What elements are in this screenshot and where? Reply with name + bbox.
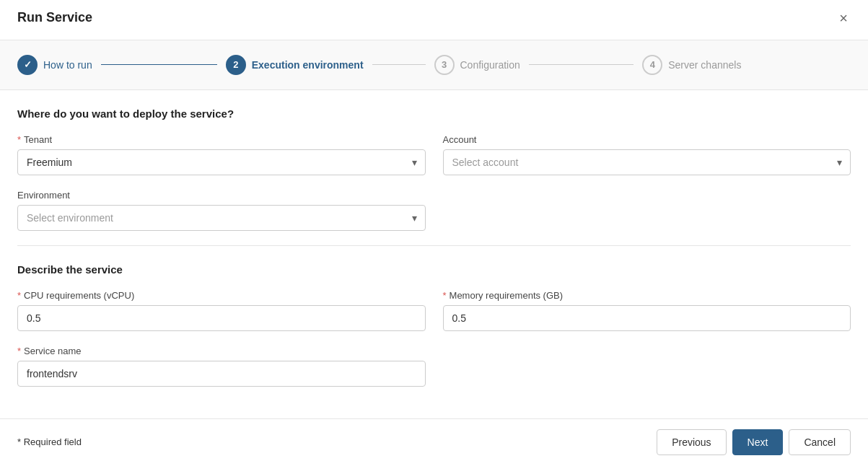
step-configuration: 3 Configuration [434, 55, 643, 75]
account-select-wrapper: Select account [443, 149, 851, 175]
modal-title: Run Service [17, 10, 92, 25]
step-circle-1: ✓ [17, 55, 38, 75]
describe-section-title: Describe the service [17, 263, 851, 276]
tenant-group: * Tenant Freemium [17, 134, 426, 175]
previous-button[interactable]: Previous [657, 429, 726, 455]
spacer-group-2 [443, 346, 851, 387]
step-label-4: Server channels [668, 59, 741, 71]
cpu-group: * CPU requirements (vCPU) [17, 290, 426, 331]
step-circle-4: 4 [642, 55, 662, 75]
environment-select[interactable]: Select environment [17, 205, 426, 231]
cpu-required-star: * [17, 290, 21, 301]
step-label-3: Configuration [460, 59, 520, 71]
run-service-modal: Run Service × ✓ How to run 2 Execution e… [0, 0, 868, 461]
step-circle-2: 2 [226, 55, 246, 75]
memory-group: * Memory requirements (GB) [443, 290, 851, 331]
section-divider [17, 245, 851, 246]
service-name-row: * Service name [17, 346, 851, 387]
footer-buttons: Previous Next Cancel [657, 429, 851, 455]
modal-overlay: Run Service × ✓ How to run 2 Execution e… [0, 0, 868, 461]
spacer-group [443, 190, 851, 231]
tenant-select-wrapper: Freemium [17, 149, 426, 175]
modal-body: Where do you want to deploy the service?… [0, 90, 868, 418]
step-circle-3: 3 [434, 55, 455, 75]
step-label-1: How to run [43, 59, 92, 71]
memory-label: * Memory requirements (GB) [443, 290, 851, 301]
environment-label: Environment [17, 190, 426, 201]
step-line-1 [101, 64, 217, 65]
tenant-account-row: * Tenant Freemium Account [17, 134, 851, 175]
environment-row: Environment Select environment [17, 190, 851, 231]
step-server-channels: 4 Server channels [642, 55, 851, 75]
environment-group: Environment Select environment [17, 190, 426, 231]
step-execution-environment: 2 Execution environment [226, 55, 434, 75]
deploy-section-title: Where do you want to deploy the service? [17, 107, 851, 120]
step-line-3 [529, 64, 634, 65]
account-label: Account [443, 134, 851, 145]
memory-required-star: * [443, 290, 447, 301]
service-name-required-star: * [17, 346, 21, 356]
memory-input[interactable] [443, 305, 851, 331]
modal-footer: * Required field Previous Next Cancel [0, 418, 868, 462]
cancel-button[interactable]: Cancel [789, 429, 851, 455]
required-field-note: * Required field [17, 436, 82, 447]
service-name-group: * Service name [17, 346, 426, 387]
step-line-2 [372, 64, 426, 65]
tenant-required-star: * [17, 134, 21, 145]
account-group: Account Select account [443, 134, 851, 175]
cpu-memory-row: * CPU requirements (vCPU) * Memory requi… [17, 290, 851, 331]
environment-select-wrapper: Select environment [17, 205, 426, 231]
stepper: ✓ How to run 2 Execution environment 3 C… [0, 40, 868, 90]
step-how-to-run: ✓ How to run [17, 55, 226, 75]
service-name-input[interactable] [17, 361, 426, 387]
modal-header: Run Service × [0, 0, 868, 40]
account-select[interactable]: Select account [443, 149, 851, 175]
cpu-label: * CPU requirements (vCPU) [17, 290, 426, 301]
tenant-select[interactable]: Freemium [17, 149, 426, 175]
service-name-label: * Service name [17, 346, 426, 356]
cpu-input[interactable] [17, 305, 426, 331]
next-button[interactable]: Next [732, 429, 784, 455]
step-label-2: Execution environment [252, 59, 364, 71]
tenant-label: * Tenant [17, 134, 426, 145]
close-button[interactable]: × [836, 8, 851, 28]
